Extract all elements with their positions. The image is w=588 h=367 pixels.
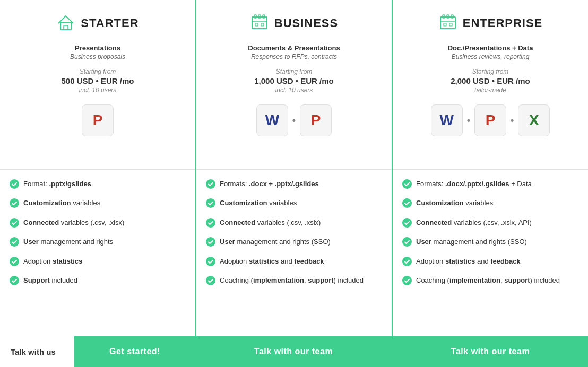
app-icon-word: W — [256, 104, 288, 136]
plan-name-business: BUSINESS — [274, 16, 338, 30]
feature-text: Support included — [23, 276, 77, 285]
check-icon — [10, 179, 19, 192]
svg-point-3 — [10, 198, 19, 208]
plan-title-row: ENTERPRISE — [438, 13, 543, 40]
feature-text: Coaching (implementation, support) inclu… — [220, 276, 364, 285]
enterprise-cta-button[interactable]: Talk with our team — [393, 336, 588, 367]
plan-tagline: Business reviews, reporting — [452, 53, 530, 60]
svg-point-30 — [402, 218, 412, 228]
business-cta-button[interactable]: Talk with our team — [196, 336, 392, 367]
plan-header-business: BUSINESSDocuments & PresentationsRespons… — [196, 0, 392, 170]
feature-item: Adoption statistics — [10, 257, 186, 269]
plan-subtitle: Documents & Presentations — [248, 44, 340, 52]
feature-text: Coaching (implementation, support) inclu… — [416, 276, 560, 285]
svg-rect-0 — [60, 22, 71, 30]
feature-text: User management and rights (SSO) — [416, 237, 527, 247]
check-icon — [402, 179, 412, 192]
feature-item: Coaching (implementation, support) inclu… — [206, 276, 382, 289]
check-icon — [402, 257, 412, 269]
feature-text: Format: .pptx/gslides — [23, 179, 91, 189]
plan-pricing-label: Starting from — [276, 68, 313, 75]
check-icon — [206, 179, 215, 192]
feature-item: Formats: .docx + .pptx/.gslides — [206, 179, 382, 192]
feature-text: Adoption statistics and feedback — [416, 257, 521, 266]
plan-icon-enterprise — [438, 13, 457, 37]
svg-rect-13 — [255, 23, 258, 26]
feature-item: Adoption statistics and feedback — [402, 257, 578, 269]
app-icon-powerpoint: P — [300, 104, 332, 136]
feature-text: Formats: .docx/.pptx/.gslides + Data — [416, 179, 532, 189]
feature-text: User management and rights (SSO) — [220, 237, 331, 247]
plan-tagline: Business proposals — [70, 53, 125, 60]
plan-price: 2,000 USD • EUR /mo — [451, 76, 530, 85]
plan-icon-business — [250, 13, 269, 37]
pricing-grid: STARTERPresentationsBusiness proposalsSt… — [0, 0, 588, 336]
dot-separator: • — [292, 115, 296, 126]
app-icons-row: W•P — [256, 104, 332, 136]
check-icon — [10, 257, 19, 269]
plan-pricing-label: Starting from — [80, 68, 116, 75]
plan-subtitle: Presentations — [75, 44, 120, 52]
plan-users: tailor-made — [474, 86, 506, 94]
plan-header-starter: STARTERPresentationsBusiness proposalsSt… — [0, 0, 195, 170]
plan-title-row: STARTER — [56, 13, 139, 40]
feature-text: Connected variables (.csv, .xslx) — [220, 218, 321, 228]
check-icon — [206, 257, 215, 269]
feature-text: Adoption statistics and feedback — [220, 257, 324, 266]
svg-rect-26 — [444, 23, 446, 26]
plan-name-enterprise: ENTERPRISE — [463, 16, 543, 30]
svg-point-31 — [402, 237, 412, 247]
feature-item: Coaching (implementation, support) inclu… — [402, 276, 578, 289]
plan-features: Formats: .docx/.pptx/.gslides + DataCust… — [393, 170, 588, 336]
feature-item: User management and rights — [10, 237, 186, 250]
feature-item: Customization variables — [206, 198, 382, 211]
plan-title-row: BUSINESS — [250, 13, 338, 40]
svg-point-19 — [206, 257, 215, 266]
feature-item: User management and rights (SSO) — [206, 237, 382, 250]
plan-header-enterprise: ENTERPRISEDoc./Presentations + DataBusin… — [393, 0, 588, 170]
feature-item: Format: .pptx/gslides — [10, 179, 186, 192]
plan-icon-starter — [56, 13, 75, 37]
bottom-cta-row: Talk with usGet started!Talk with our te… — [0, 336, 588, 367]
feature-text: Customization variables — [23, 198, 100, 208]
svg-rect-14 — [261, 23, 264, 26]
app-icon-powerpoint: P — [474, 104, 506, 136]
svg-point-32 — [402, 257, 412, 266]
check-icon — [10, 198, 19, 211]
feature-text: Formats: .docx + .pptx/.gslides — [220, 179, 319, 189]
starter-cta-wrap: Talk with usGet started! — [0, 336, 196, 367]
feature-text: Customization variables — [220, 198, 297, 208]
check-icon — [206, 198, 215, 211]
app-icon-excel: X — [518, 104, 550, 136]
app-icons-row: W•P•X — [431, 104, 550, 136]
feature-item: Customization variables — [402, 198, 578, 211]
app-icons-row: P — [82, 104, 114, 136]
check-icon — [206, 276, 215, 289]
plan-col-starter: STARTERPresentationsBusiness proposalsSt… — [0, 0, 196, 336]
talk-with-us-label: Talk with us — [0, 336, 74, 367]
svg-rect-21 — [440, 17, 455, 29]
plan-price: 500 USD • EUR /mo — [62, 76, 134, 85]
check-icon — [402, 276, 412, 289]
feature-item: Connected variables (.csv, .xslx) — [206, 218, 382, 231]
check-icon — [206, 218, 215, 231]
svg-point-29 — [402, 198, 412, 208]
app-icon-word: W — [431, 104, 463, 136]
plan-features: Formats: .docx + .pptx/.gslidesCustomiza… — [196, 170, 392, 336]
feature-text: Connected variables (.csv, .xslx, API) — [416, 218, 532, 228]
svg-rect-1 — [64, 25, 68, 30]
feature-text: Customization variables — [416, 198, 493, 208]
svg-point-2 — [10, 179, 19, 189]
plan-pricing-label: Starting from — [472, 68, 509, 75]
plan-col-enterprise: ENTERPRISEDoc./Presentations + DataBusin… — [393, 0, 588, 336]
dot-separator: • — [511, 115, 514, 126]
feature-item: User management and rights (SSO) — [402, 237, 578, 250]
enterprise-cta-wrap: Talk with our team — [393, 336, 588, 367]
check-icon — [206, 237, 215, 250]
get-started-button[interactable]: Get started! — [74, 336, 195, 367]
plan-tagline: Responses to RFPs, contracts — [251, 53, 337, 60]
feature-item: Adoption statistics and feedback — [206, 257, 382, 269]
svg-point-5 — [10, 237, 19, 247]
svg-point-7 — [10, 276, 19, 285]
svg-rect-8 — [252, 17, 267, 29]
